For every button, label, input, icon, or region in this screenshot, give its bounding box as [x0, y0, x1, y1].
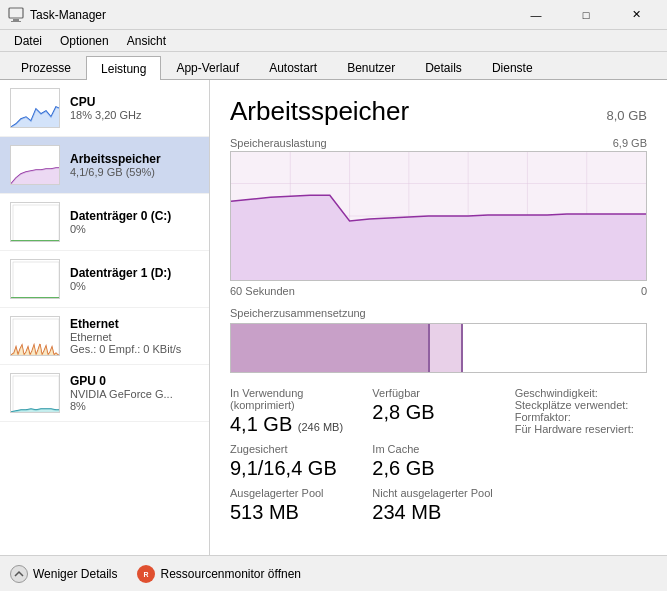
content-header: Arbeitsspeicher 8,0 GB: [230, 96, 647, 127]
memory-bar-used: [231, 324, 430, 372]
cpu-title: CPU: [70, 95, 199, 109]
close-button[interactable]: ✕: [613, 5, 659, 25]
disk0-subtitle: 0%: [70, 223, 199, 235]
ressourcenmonitor-button[interactable]: R Ressourcenmonitor öffnen: [137, 565, 301, 583]
gpu-subtitle: 8%: [70, 400, 199, 412]
tab-leistung[interactable]: Leistung: [86, 56, 161, 80]
menu-ansicht[interactable]: Ansicht: [119, 32, 174, 50]
stat-key-geschwindigkeit: Geschwindigkeit:: [515, 387, 647, 399]
content-total: 8,0 GB: [607, 108, 647, 123]
app-icon: [8, 7, 24, 23]
disk0-title: Datenträger 0 (C:): [70, 209, 199, 223]
tab-prozesse[interactable]: Prozesse: [6, 55, 86, 79]
bottom-bar: Weniger Details R Ressourcenmonitor öffn…: [0, 555, 667, 591]
window-title: Task-Manager: [30, 8, 513, 22]
graph-label: Speicherauslastung: [230, 137, 327, 149]
cpu-info: CPU 18% 3,20 GHz: [70, 95, 199, 121]
stat-value-verwendung: 4,1 GB (246 MB): [230, 413, 362, 435]
svg-marker-20: [231, 195, 646, 280]
stat-label-imcache: Im Cache: [372, 443, 504, 455]
tab-details[interactable]: Details: [410, 55, 477, 79]
sidebar-item-disk1[interactable]: Datenträger 1 (D:) 0%: [0, 251, 209, 308]
stat-label-verfuegbar: Verfügbar: [372, 387, 504, 399]
stat-imcache: Im Cache 2,6 GB: [372, 443, 504, 479]
time-right: 0: [641, 285, 647, 297]
tab-appverlauf[interactable]: App-Verlauf: [161, 55, 254, 79]
tab-bar: Prozesse Leistung App-Verlauf Autostart …: [0, 52, 667, 80]
memory-bar-cached: [430, 324, 463, 372]
minimize-button[interactable]: —: [513, 5, 559, 25]
ram-info: Arbeitsspeicher 4,1/6,9 GB (59%): [70, 152, 199, 178]
maximize-button[interactable]: □: [563, 5, 609, 25]
ethernet-mini-chart: [10, 316, 60, 356]
sidebar-item-cpu[interactable]: CPU 18% 3,20 GHz: [0, 80, 209, 137]
gpu-mini-chart: [10, 373, 60, 413]
menu-datei[interactable]: Datei: [6, 32, 50, 50]
weniger-details-label: Weniger Details: [33, 567, 117, 581]
graph-time-row: 60 Sekunden 0: [230, 285, 647, 297]
ethernet-title: Ethernet: [70, 317, 199, 331]
stat-zugesichert: Zugesichert 9,1/16,4 GB: [230, 443, 362, 479]
menu-optionen[interactable]: Optionen: [52, 32, 117, 50]
ressourcenmonitor-icon: R: [137, 565, 155, 583]
svg-rect-5: [13, 205, 59, 241]
svg-rect-6: [13, 262, 59, 298]
stat-label-verwendung: In Verwendung (komprimiert): [230, 387, 362, 411]
stat-in-verwendung: In Verwendung (komprimiert) 4,1 GB (246 …: [230, 387, 362, 435]
content-area: Arbeitsspeicher 8,0 GB Speicherauslastun…: [210, 80, 667, 555]
sidebar-item-disk0[interactable]: Datenträger 0 (C:) 0%: [0, 194, 209, 251]
svg-marker-4: [11, 168, 60, 185]
weniger-icon: [10, 565, 28, 583]
disk1-subtitle: 0%: [70, 280, 199, 292]
title-bar: Task-Manager — □ ✕: [0, 0, 667, 30]
disk0-mini-chart: [10, 202, 60, 242]
main-area: CPU 18% 3,20 GHz Arbeitsspeicher 4,1/6,9…: [0, 80, 667, 555]
stat-label-nichtausgelagert: Nicht ausgelagerter Pool: [372, 487, 504, 499]
ethernet-info: Ethernet Ethernet Ges.: 0 Empf.: 0 KBit/…: [70, 317, 199, 355]
graph-label-row: Speicherauslastung 6,9 GB: [230, 137, 647, 149]
ram-subtitle: 4,1/6,9 GB (59%): [70, 166, 199, 178]
stat-geschwindigkeit: Geschwindigkeit: Steckplätze verwendet: …: [515, 387, 647, 435]
ethernet-subtitle: Ges.: 0 Empf.: 0 KBit/s: [70, 343, 199, 355]
stat-value-zugesichert: 9,1/16,4 GB: [230, 457, 362, 479]
stat-value-verfuegbar: 2,8 GB: [372, 401, 504, 423]
time-left: 60 Sekunden: [230, 285, 295, 297]
sidebar-item-gpu[interactable]: GPU 0 NVIDIA GeForce G... 8%: [0, 365, 209, 422]
ram-title: Arbeitsspeicher: [70, 152, 199, 166]
stat-key-hardware: Für Hardware reserviert:: [515, 423, 647, 435]
tab-benutzer[interactable]: Benutzer: [332, 55, 410, 79]
stat-label-zugesichert: Zugesichert: [230, 443, 362, 455]
content-title: Arbeitsspeicher: [230, 96, 409, 127]
tab-dienste[interactable]: Dienste: [477, 55, 548, 79]
gpu-subtitle2: NVIDIA GeForce G...: [70, 388, 199, 400]
weniger-details-button[interactable]: Weniger Details: [10, 565, 117, 583]
tab-autostart[interactable]: Autostart: [254, 55, 332, 79]
stat-ausgelagert: Ausgelagerter Pool 513 MB: [230, 487, 362, 523]
disk1-title: Datenträger 1 (D:): [70, 266, 199, 280]
stat-empty2: [515, 487, 647, 523]
stat-value-imcache: 2,6 GB: [372, 457, 504, 479]
sidebar-item-ram[interactable]: Arbeitsspeicher 4,1/6,9 GB (59%): [0, 137, 209, 194]
ethernet-subtitle2: Ethernet: [70, 331, 199, 343]
menu-bar: Datei Optionen Ansicht: [0, 30, 667, 52]
svg-rect-9: [13, 376, 59, 412]
stat-value-nichtausgelagert: 234 MB: [372, 501, 504, 523]
window-controls: — □ ✕: [513, 5, 659, 25]
sidebar: CPU 18% 3,20 GHz Arbeitsspeicher 4,1/6,9…: [0, 80, 210, 555]
svg-rect-1: [13, 19, 19, 21]
stat-label-ausgelagert: Ausgelagerter Pool: [230, 487, 362, 499]
gpu-title: GPU 0: [70, 374, 199, 388]
stat-key-formfaktor: Formfaktor:: [515, 411, 647, 423]
svg-rect-2: [11, 21, 21, 22]
graph-max: 6,9 GB: [613, 137, 647, 149]
cpu-subtitle: 18% 3,20 GHz: [70, 109, 199, 121]
sidebar-item-ethernet[interactable]: Ethernet Ethernet Ges.: 0 Empf.: 0 KBit/…: [0, 308, 209, 365]
disk1-info: Datenträger 1 (D:) 0%: [70, 266, 199, 292]
stats-area: In Verwendung (komprimiert) 4,1 GB (246 …: [230, 387, 647, 523]
section2-label: Speicherzusammensetzung: [230, 307, 647, 319]
stat-key-steckplaetze: Steckplätze verwendet:: [515, 399, 647, 411]
cpu-mini-chart: [10, 88, 60, 128]
disk1-mini-chart: [10, 259, 60, 299]
stat-nichtausgelagert: Nicht ausgelagerter Pool 234 MB: [372, 487, 504, 523]
svg-rect-0: [9, 8, 23, 18]
